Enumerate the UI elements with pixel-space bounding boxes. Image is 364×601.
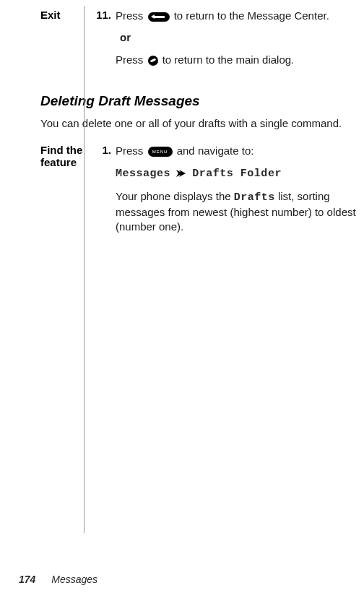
exit-line1b: to return to the Message Center. bbox=[171, 9, 329, 22]
step-text-find: Press MENU and navigate to: Messages Dra… bbox=[116, 144, 364, 241]
find-body: Your phone displays the Drafts list, sor… bbox=[116, 189, 364, 235]
exit-line-1: Press to return to the Message Center. bbox=[116, 9, 364, 23]
exit-line1a: Press bbox=[116, 9, 147, 22]
find-nav-path: Messages Drafts Folder bbox=[116, 165, 364, 181]
page-content: Exit 11. Press to return to the Message … bbox=[0, 0, 364, 241]
step-number-11: 11. bbox=[95, 9, 116, 74]
find-line1a: Press bbox=[116, 144, 147, 157]
find-body-a: Your phone displays the bbox=[116, 190, 234, 202]
find-label-l1: Find the bbox=[40, 144, 82, 156]
nav-path-drafts-folder: Drafts Folder bbox=[192, 168, 282, 180]
step-exit: Exit 11. Press to return to the Message … bbox=[40, 9, 364, 74]
section-intro: You can delete one or all of your drafts… bbox=[40, 116, 364, 131]
menu-key-icon: MENU bbox=[148, 147, 173, 157]
chapter-name: Messages bbox=[51, 574, 98, 585]
find-line-1: Press MENU and navigate to: bbox=[116, 144, 364, 158]
exit-line2a: Press bbox=[116, 53, 147, 66]
page-number: 174 bbox=[19, 574, 35, 585]
step-label-find: Find the feature bbox=[40, 144, 95, 241]
exit-or: or bbox=[120, 30, 364, 45]
find-body-drafts: Drafts bbox=[234, 191, 275, 204]
step-number-1: 1. bbox=[95, 144, 116, 241]
section-title: Deleting Draft Messages bbox=[40, 93, 364, 109]
nav-path-messages: Messages bbox=[116, 168, 170, 180]
page-footer: 174 Messages bbox=[19, 574, 98, 585]
end-key-icon bbox=[148, 56, 158, 66]
find-label-l2: feature bbox=[40, 156, 77, 168]
exit-line2b: to return to the main dialog. bbox=[160, 53, 295, 66]
step-find-feature: Find the feature 1. Press MENU and navig… bbox=[40, 144, 364, 241]
step-label-exit: Exit bbox=[40, 9, 95, 74]
step-text-exit: Press to return to the Message Center. o… bbox=[116, 9, 364, 74]
vertical-rule bbox=[84, 6, 84, 533]
exit-line-2: Press to return to the main dialog. bbox=[116, 53, 364, 67]
chevron-right-icon bbox=[176, 170, 186, 177]
back-key-icon bbox=[148, 12, 170, 22]
find-line1b: and navigate to: bbox=[174, 144, 254, 157]
